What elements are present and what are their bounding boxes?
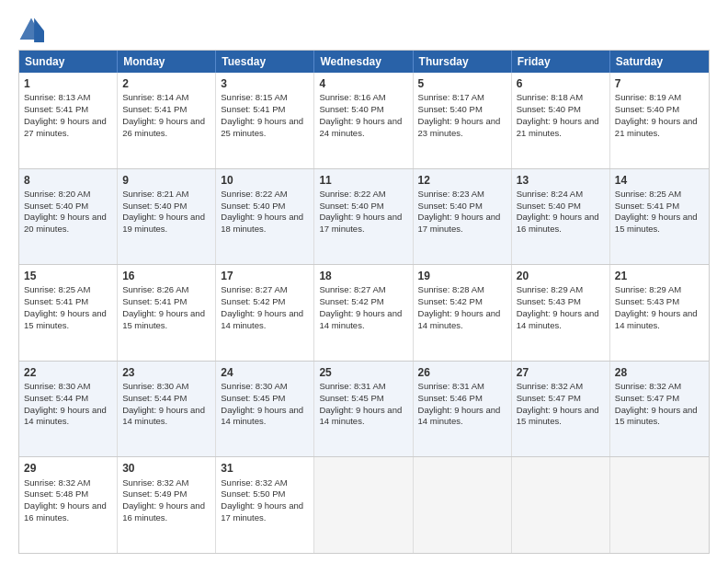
day-number: 31 — [221, 461, 309, 476]
cal-cell-11: 11Sunrise: 8:22 AMSunset: 5:40 PMDayligh… — [314, 169, 413, 265]
cal-cell-20: 20Sunrise: 8:29 AMSunset: 5:43 PMDayligh… — [512, 265, 610, 361]
cal-cell-2: 2Sunrise: 8:14 AMSunset: 5:41 PMDaylight… — [118, 73, 216, 168]
cal-cell-6: 6Sunrise: 8:18 AMSunset: 5:40 PMDaylight… — [512, 73, 610, 168]
day-number: 2 — [122, 76, 210, 91]
day-info: Sunrise: 8:30 AMSunset: 5:44 PMDaylight:… — [122, 381, 205, 426]
day-number: 7 — [615, 76, 704, 91]
cal-cell-28: 28Sunrise: 8:32 AMSunset: 5:47 PMDayligh… — [610, 362, 709, 457]
cal-cell-21: 21Sunrise: 8:29 AMSunset: 5:43 PMDayligh… — [610, 265, 709, 361]
logo-icon — [18, 17, 44, 42]
cal-cell-24: 24Sunrise: 8:30 AMSunset: 5:45 PMDayligh… — [216, 362, 314, 457]
calendar-body: 1Sunrise: 8:13 AMSunset: 5:41 PMDaylight… — [19, 73, 709, 553]
day-info: Sunrise: 8:16 AMSunset: 5:40 PMDaylight:… — [319, 92, 402, 137]
weekday-header-saturday: Saturday — [610, 51, 709, 73]
day-info: Sunrise: 8:29 AMSunset: 5:43 PMDaylight:… — [517, 284, 599, 329]
day-number: 24 — [221, 365, 309, 380]
cal-cell-26: 26Sunrise: 8:31 AMSunset: 5:46 PMDayligh… — [414, 362, 512, 457]
weekday-header-thursday: Thursday — [414, 51, 512, 73]
day-info: Sunrise: 8:30 AMSunset: 5:45 PMDaylight:… — [221, 381, 303, 426]
cal-cell-15: 15Sunrise: 8:25 AMSunset: 5:41 PMDayligh… — [19, 265, 118, 361]
day-number: 21 — [615, 269, 704, 283]
day-info: Sunrise: 8:15 AMSunset: 5:41 PMDaylight:… — [221, 92, 303, 137]
day-number: 25 — [319, 365, 407, 380]
cal-cell-25: 25Sunrise: 8:31 AMSunset: 5:45 PMDayligh… — [314, 362, 413, 457]
day-number: 9 — [122, 173, 210, 188]
calendar-header: SundayMondayTuesdayWednesdayThursdayFrid… — [19, 51, 709, 73]
cal-cell-23: 23Sunrise: 8:30 AMSunset: 5:44 PMDayligh… — [118, 362, 216, 457]
cal-cell-16: 16Sunrise: 8:26 AMSunset: 5:41 PMDayligh… — [118, 265, 216, 361]
cal-cell-empty-5 — [512, 457, 610, 553]
cal-cell-10: 10Sunrise: 8:22 AMSunset: 5:40 PMDayligh… — [216, 169, 314, 265]
day-info: Sunrise: 8:25 AMSunset: 5:41 PMDaylight:… — [24, 284, 107, 329]
calendar: SundayMondayTuesdayWednesdayThursdayFrid… — [18, 50, 710, 554]
cal-cell-22: 22Sunrise: 8:30 AMSunset: 5:44 PMDayligh… — [19, 362, 118, 457]
day-number: 11 — [319, 173, 407, 188]
day-info: Sunrise: 8:30 AMSunset: 5:44 PMDaylight:… — [24, 381, 107, 426]
cal-cell-3: 3Sunrise: 8:15 AMSunset: 5:41 PMDaylight… — [216, 73, 314, 168]
header — [18, 17, 710, 42]
calendar-row-2: 8Sunrise: 8:20 AMSunset: 5:40 PMDaylight… — [19, 168, 709, 265]
day-info: Sunrise: 8:24 AMSunset: 5:40 PMDaylight:… — [517, 189, 599, 234]
day-number: 20 — [517, 269, 605, 283]
cal-cell-14: 14Sunrise: 8:25 AMSunset: 5:41 PMDayligh… — [610, 169, 709, 265]
day-info: Sunrise: 8:32 AMSunset: 5:49 PMDaylight:… — [122, 477, 205, 523]
day-info: Sunrise: 8:32 AMSunset: 5:47 PMDaylight:… — [517, 381, 599, 426]
weekday-header-tuesday: Tuesday — [216, 51, 314, 73]
cal-cell-29: 29Sunrise: 8:32 AMSunset: 5:48 PMDayligh… — [19, 457, 118, 553]
day-number: 6 — [517, 76, 605, 91]
cal-cell-12: 12Sunrise: 8:23 AMSunset: 5:40 PMDayligh… — [414, 169, 512, 265]
weekday-header-sunday: Sunday — [19, 51, 118, 73]
day-number: 22 — [24, 365, 112, 380]
day-number: 23 — [122, 365, 210, 380]
weekday-header-friday: Friday — [512, 51, 610, 73]
day-info: Sunrise: 8:25 AMSunset: 5:41 PMDaylight:… — [615, 189, 698, 234]
day-number: 19 — [418, 269, 506, 283]
cal-cell-empty-4 — [414, 457, 512, 553]
day-info: Sunrise: 8:19 AMSunset: 5:40 PMDaylight:… — [615, 92, 698, 137]
day-info: Sunrise: 8:27 AMSunset: 5:42 PMDaylight:… — [319, 284, 402, 329]
cal-cell-31: 31Sunrise: 8:32 AMSunset: 5:50 PMDayligh… — [216, 457, 314, 553]
day-info: Sunrise: 8:32 AMSunset: 5:50 PMDaylight:… — [221, 477, 303, 523]
day-info: Sunrise: 8:26 AMSunset: 5:41 PMDaylight:… — [122, 284, 205, 329]
day-number: 15 — [24, 269, 112, 283]
cal-cell-18: 18Sunrise: 8:27 AMSunset: 5:42 PMDayligh… — [314, 265, 413, 361]
day-number: 27 — [517, 365, 605, 380]
day-number: 3 — [221, 76, 309, 91]
cal-cell-17: 17Sunrise: 8:27 AMSunset: 5:42 PMDayligh… — [216, 265, 314, 361]
cal-cell-9: 9Sunrise: 8:21 AMSunset: 5:40 PMDaylight… — [118, 169, 216, 265]
weekday-header-wednesday: Wednesday — [314, 51, 413, 73]
day-info: Sunrise: 8:28 AMSunset: 5:42 PMDaylight:… — [418, 284, 501, 329]
calendar-row-1: 1Sunrise: 8:13 AMSunset: 5:41 PMDaylight… — [19, 73, 709, 168]
cal-cell-5: 5Sunrise: 8:17 AMSunset: 5:40 PMDaylight… — [414, 73, 512, 168]
day-info: Sunrise: 8:31 AMSunset: 5:45 PMDaylight:… — [319, 381, 402, 426]
day-number: 28 — [615, 365, 704, 380]
cal-cell-8: 8Sunrise: 8:20 AMSunset: 5:40 PMDaylight… — [19, 169, 118, 265]
cal-cell-27: 27Sunrise: 8:32 AMSunset: 5:47 PMDayligh… — [512, 362, 610, 457]
day-number: 5 — [418, 76, 506, 91]
day-info: Sunrise: 8:32 AMSunset: 5:47 PMDaylight:… — [615, 381, 698, 426]
day-info: Sunrise: 8:32 AMSunset: 5:48 PMDaylight:… — [24, 477, 107, 523]
weekday-header-monday: Monday — [118, 51, 216, 73]
day-number: 16 — [122, 269, 210, 283]
day-info: Sunrise: 8:18 AMSunset: 5:40 PMDaylight:… — [517, 92, 599, 137]
day-number: 12 — [418, 173, 506, 188]
day-info: Sunrise: 8:20 AMSunset: 5:40 PMDaylight:… — [24, 189, 107, 234]
day-number: 26 — [418, 365, 506, 380]
day-info: Sunrise: 8:22 AMSunset: 5:40 PMDaylight:… — [221, 189, 303, 234]
cal-cell-13: 13Sunrise: 8:24 AMSunset: 5:40 PMDayligh… — [512, 169, 610, 265]
cal-cell-19: 19Sunrise: 8:28 AMSunset: 5:42 PMDayligh… — [414, 265, 512, 361]
day-number: 29 — [24, 461, 112, 476]
calendar-row-5: 29Sunrise: 8:32 AMSunset: 5:48 PMDayligh… — [19, 456, 709, 553]
day-info: Sunrise: 8:13 AMSunset: 5:41 PMDaylight:… — [24, 92, 107, 137]
day-number: 13 — [517, 173, 605, 188]
day-info: Sunrise: 8:23 AMSunset: 5:40 PMDaylight:… — [418, 189, 501, 234]
day-number: 10 — [221, 173, 309, 188]
day-number: 30 — [122, 461, 210, 476]
day-info: Sunrise: 8:29 AMSunset: 5:43 PMDaylight:… — [615, 284, 698, 329]
day-number: 17 — [221, 269, 309, 283]
day-info: Sunrise: 8:31 AMSunset: 5:46 PMDaylight:… — [418, 381, 501, 426]
day-number: 1 — [24, 76, 112, 91]
cal-cell-empty-3 — [314, 457, 413, 553]
cal-cell-1: 1Sunrise: 8:13 AMSunset: 5:41 PMDaylight… — [19, 73, 118, 168]
day-number: 4 — [319, 76, 407, 91]
